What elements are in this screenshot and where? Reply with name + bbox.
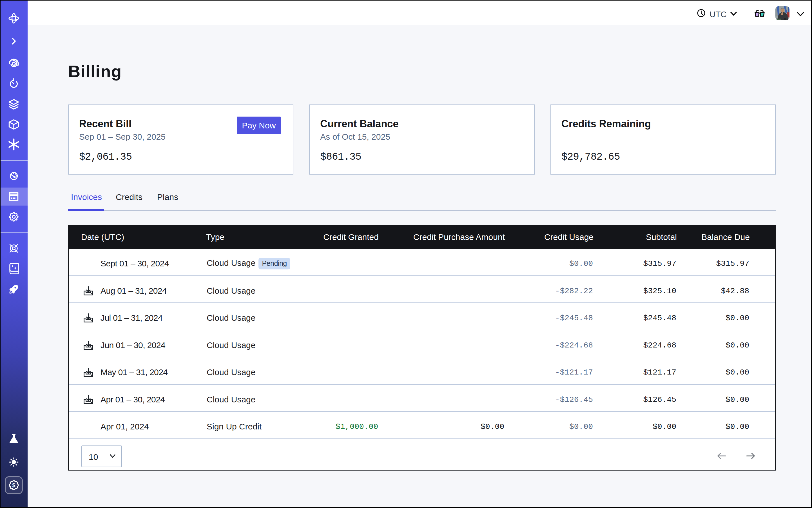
svg-text:$: $ bbox=[12, 482, 15, 488]
